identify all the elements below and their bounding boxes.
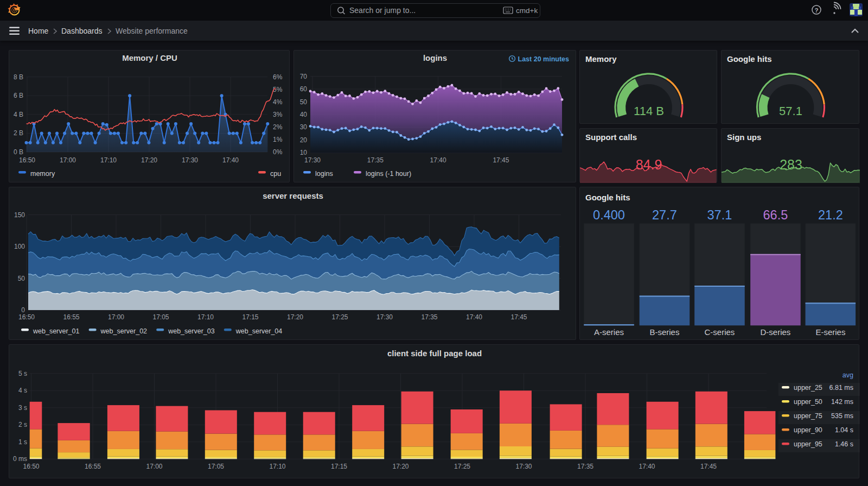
- svg-text:17:25: 17:25: [331, 313, 348, 321]
- svg-text:16:50: 16:50: [23, 463, 39, 470]
- svg-text:upper_75: upper_75: [794, 412, 822, 420]
- svg-text:upper_90: upper_90: [794, 426, 822, 434]
- svg-text:Memory: Memory: [585, 54, 617, 64]
- svg-text:17:30: 17:30: [515, 463, 532, 470]
- svg-text:4 B: 4 B: [14, 111, 23, 118]
- svg-text:17:20: 17:20: [392, 463, 409, 470]
- svg-text:16:50: 16:50: [18, 313, 35, 321]
- svg-text:web_server_03: web_server_03: [168, 327, 215, 335]
- svg-text:1.46 s: 1.46 s: [835, 440, 853, 448]
- svg-text:114 B: 114 B: [634, 104, 664, 118]
- svg-text:535 ms: 535 ms: [831, 412, 853, 420]
- svg-text:17:20: 17:20: [287, 313, 303, 321]
- svg-text:150: 150: [14, 211, 25, 219]
- svg-text:17:35: 17:35: [577, 463, 593, 470]
- svg-text:server requests: server requests: [263, 191, 323, 200]
- svg-text:logins: logins: [315, 170, 333, 178]
- svg-text:60: 60: [300, 85, 308, 93]
- svg-text:3%: 3%: [273, 111, 283, 118]
- svg-text:17:15: 17:15: [242, 313, 258, 321]
- svg-text:cpu: cpu: [270, 170, 281, 178]
- svg-text:8 B: 8 B: [14, 73, 23, 81]
- svg-text:1%: 1%: [273, 136, 283, 143]
- svg-text:17:45: 17:45: [493, 156, 509, 164]
- svg-text:4%: 4%: [273, 98, 283, 106]
- svg-text:17:30: 17:30: [304, 156, 321, 164]
- svg-text:4 s: 4 s: [18, 387, 27, 394]
- svg-text:Search or jump to...: Search or jump to...: [349, 6, 416, 15]
- svg-text:Dashboards: Dashboards: [61, 27, 103, 35]
- svg-text:0: 0: [21, 306, 25, 314]
- svg-text:17:40: 17:40: [639, 463, 655, 470]
- svg-text:web_server_01: web_server_01: [33, 327, 80, 335]
- svg-text:21.2: 21.2: [818, 208, 843, 222]
- svg-text:27.7: 27.7: [652, 208, 677, 222]
- svg-text:17:40: 17:40: [466, 313, 482, 321]
- svg-text:17:10: 17:10: [100, 156, 117, 164]
- svg-text:3 s: 3 s: [18, 404, 27, 412]
- svg-text:6.81 ms: 6.81 ms: [829, 384, 853, 392]
- svg-text:0.400: 0.400: [593, 208, 625, 222]
- svg-text:0 B: 0 B: [14, 148, 23, 156]
- svg-text:Home: Home: [28, 27, 49, 35]
- svg-text:1.04 s: 1.04 s: [835, 426, 853, 434]
- svg-text:2 s: 2 s: [18, 421, 27, 428]
- svg-text:B-series: B-series: [649, 327, 679, 337]
- svg-text:0%: 0%: [273, 148, 283, 156]
- svg-text:50: 50: [18, 275, 25, 282]
- svg-text:memory: memory: [30, 170, 55, 178]
- svg-text:17:35: 17:35: [421, 313, 437, 321]
- svg-text:logins (-1 hour): logins (-1 hour): [366, 170, 411, 178]
- svg-text:0 ms: 0 ms: [13, 455, 27, 463]
- svg-text:logins: logins: [423, 53, 447, 62]
- svg-text:20: 20: [300, 136, 308, 144]
- svg-text:16:55: 16:55: [63, 313, 79, 321]
- svg-text:2%: 2%: [273, 123, 283, 131]
- svg-text:17:40: 17:40: [430, 156, 446, 164]
- svg-text:17:45: 17:45: [700, 463, 717, 470]
- svg-text:17:05: 17:05: [208, 463, 224, 470]
- svg-text:10: 10: [300, 149, 308, 156]
- svg-text:17:40: 17:40: [222, 156, 239, 164]
- svg-text:?: ?: [814, 7, 818, 14]
- svg-text:Last 20 minutes: Last 20 minutes: [518, 55, 570, 63]
- svg-text:17:15: 17:15: [331, 463, 347, 470]
- svg-text:Google hits: Google hits: [585, 193, 630, 202]
- svg-text:E-series: E-series: [815, 327, 845, 337]
- svg-text:17:10: 17:10: [269, 463, 285, 470]
- svg-text:17:30: 17:30: [376, 313, 393, 321]
- svg-text:A-series: A-series: [594, 327, 624, 337]
- svg-text:upper_95: upper_95: [794, 440, 822, 448]
- svg-text:web_server_02: web_server_02: [100, 327, 148, 335]
- svg-text:avg: avg: [843, 371, 853, 379]
- svg-text:Sign ups: Sign ups: [727, 132, 761, 142]
- svg-text:57.1: 57.1: [779, 104, 802, 118]
- svg-text:84.9: 84.9: [636, 157, 662, 172]
- svg-text:142 ms: 142 ms: [831, 398, 853, 406]
- svg-text:17:30: 17:30: [182, 156, 198, 164]
- svg-text:Support calls: Support calls: [585, 132, 637, 142]
- svg-text:50: 50: [300, 98, 308, 106]
- svg-text:6 B: 6 B: [14, 92, 23, 99]
- svg-text:2 B: 2 B: [14, 129, 23, 137]
- svg-text:Memory / CPU: Memory / CPU: [122, 53, 177, 62]
- svg-text:6%: 6%: [273, 73, 283, 81]
- svg-text:30: 30: [300, 123, 308, 131]
- svg-text:upper_25: upper_25: [794, 384, 822, 392]
- svg-text:17:10: 17:10: [197, 313, 214, 321]
- svg-text:Website performance: Website performance: [116, 27, 188, 35]
- svg-text:40: 40: [300, 111, 308, 118]
- svg-text:D-series: D-series: [760, 327, 790, 337]
- svg-text:70: 70: [300, 73, 308, 80]
- svg-text:17:20: 17:20: [141, 156, 157, 164]
- svg-text:283: 283: [780, 157, 802, 172]
- svg-text:1 s: 1 s: [18, 438, 27, 446]
- svg-text:upper_50: upper_50: [794, 398, 822, 406]
- svg-text:17:00: 17:00: [146, 463, 162, 470]
- svg-text:cmd+k: cmd+k: [516, 7, 538, 15]
- svg-text:66.5: 66.5: [763, 208, 788, 222]
- svg-text:17:05: 17:05: [152, 313, 169, 321]
- svg-text:17:45: 17:45: [510, 313, 527, 321]
- svg-text:17:25: 17:25: [454, 463, 470, 470]
- svg-text:16:50: 16:50: [19, 156, 35, 164]
